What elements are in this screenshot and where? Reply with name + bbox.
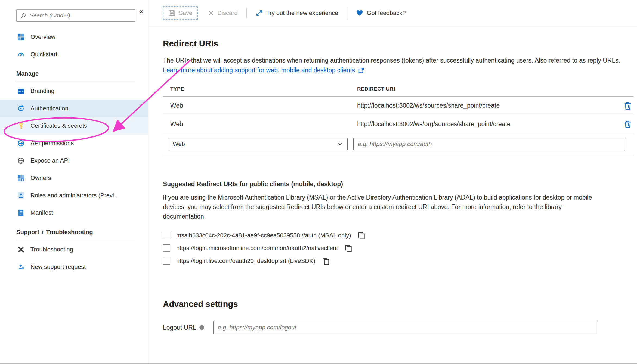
try-new-experience-button[interactable]: Try out the new experience <box>255 9 338 17</box>
info-icon[interactable] <box>199 325 205 330</box>
sidebar: « Overview Quickstart Manage <box>0 0 148 364</box>
sidebar-item-authentication[interactable]: Authentication <box>0 100 148 117</box>
sidebar-item-api-permissions[interactable]: API permissions <box>0 135 148 152</box>
row-uri: http://localhost:3002/ws/sources/share_p… <box>357 102 616 109</box>
authentication-icon <box>17 104 25 113</box>
new-redirect-uri-input[interactable] <box>353 138 625 150</box>
sidebar-item-quickstart[interactable]: Quickstart <box>0 46 148 63</box>
list-item: https://login.live.com/oauth20_desktop.s… <box>163 254 634 267</box>
sidebar-section-manage: Manage <box>0 67 148 80</box>
delete-uri-button[interactable] <box>623 101 632 110</box>
sidebar-item-label: API permissions <box>30 140 74 147</box>
manifest-icon <box>17 209 25 217</box>
sidebar-item-manifest[interactable]: Manifest <box>0 204 148 222</box>
learn-more-link[interactable]: Learn more about adding support for web,… <box>163 67 364 74</box>
discard-button[interactable]: Discard <box>208 10 238 17</box>
sidebar-item-expose-api[interactable]: Expose an API <box>0 152 148 169</box>
copy-icon[interactable] <box>357 231 366 239</box>
sidebar-nav: Overview Quickstart Manage Branding <box>0 28 148 276</box>
advanced-settings-title: Advanced settings <box>163 299 634 309</box>
sidebar-item-owners[interactable]: Owners <box>0 169 148 187</box>
redirect-type-select[interactable]: Web <box>168 138 348 150</box>
sidebar-item-certificates-secrets[interactable]: Certificates & secrets <box>0 117 148 135</box>
list-item: https://login.microsoftonline.com/common… <box>163 242 634 254</box>
sidebar-item-label: Owners <box>30 175 51 182</box>
azure-portal-authentication-blade: « Overview Quickstart Manage <box>0 0 637 364</box>
learn-more-text: Learn more about adding support for web,… <box>163 67 355 74</box>
discard-x-icon <box>208 10 214 16</box>
sidebar-item-label: New support request <box>30 263 86 270</box>
sidebar-item-label: Expose an API <box>30 157 70 164</box>
api-permissions-icon <box>17 139 25 147</box>
logout-url-input[interactable] <box>213 321 598 334</box>
collapse-sidebar-icon[interactable]: « <box>139 7 144 15</box>
main-panel: Save Discard Try out the new experience <box>149 0 637 364</box>
suggested-uri-checkbox[interactable] <box>163 257 170 265</box>
add-uri-row: Web <box>163 133 634 156</box>
redirect-type-selected: Web <box>173 141 185 148</box>
branding-icon <box>17 87 25 95</box>
column-header-type: TYPE <box>163 86 357 92</box>
command-bar: Save Discard Try out the new experience <box>149 0 637 26</box>
troubleshooting-icon <box>17 245 25 254</box>
got-feedback-button[interactable]: Got feedback? <box>356 9 406 17</box>
table-row: Web http://localhost:3002/ws/org/sources… <box>163 115 634 133</box>
search-icon <box>20 13 26 18</box>
toolbar-divider <box>347 8 347 18</box>
delete-uri-button[interactable] <box>623 120 632 129</box>
sidebar-item-label: Manifest <box>30 209 53 216</box>
save-icon <box>168 10 175 17</box>
save-label: Save <box>179 10 192 17</box>
sidebar-item-overview[interactable]: Overview <box>0 28 148 46</box>
sidebar-item-label: Quickstart <box>30 51 57 58</box>
search-input[interactable] <box>30 12 131 19</box>
suggested-uri-checkbox[interactable] <box>163 244 170 252</box>
support-request-icon <box>17 263 25 271</box>
sidebar-item-label: Overview <box>30 33 55 41</box>
sidebar-item-label: Roles and administrators (Previ... <box>30 192 119 199</box>
logout-url-label: Logout URL <box>163 324 196 331</box>
table-row: Web http://localhost:3002/ws/sources/sha… <box>163 97 634 115</box>
expose-api-icon <box>17 157 25 165</box>
blade-content: Redirect URIs The URIs that we will acce… <box>149 26 637 334</box>
quickstart-icon <box>17 50 25 58</box>
column-header-redirect-uri: REDIRECT URI <box>357 86 616 92</box>
table-header: TYPE REDIRECT URI <box>163 86 634 97</box>
row-type: Web <box>163 102 357 109</box>
heart-icon <box>356 9 363 17</box>
row-uri: http://localhost:3002/ws/org/sources/sha… <box>357 120 616 128</box>
sidebar-item-label: Branding <box>30 88 54 95</box>
logout-url-row: Logout URL <box>163 321 634 334</box>
suggested-section: Suggested Redirect URIs for public clien… <box>163 181 634 267</box>
sidebar-item-new-support-request[interactable]: New support request <box>0 258 148 276</box>
save-button[interactable]: Save <box>163 6 198 20</box>
sidebar-section-support: Support + Troubleshooting <box>0 225 148 239</box>
sidebar-item-branding[interactable]: Branding <box>0 82 148 100</box>
owners-icon <box>17 174 25 182</box>
suggested-uri-checkbox[interactable] <box>163 232 170 239</box>
redirect-uris-title: Redirect URIs <box>163 39 634 49</box>
copy-icon[interactable] <box>322 257 330 265</box>
suggested-uri-label: https://login.microsoftonline.com/common… <box>176 245 338 252</box>
sidebar-item-label: Troubleshooting <box>30 246 73 253</box>
suggested-description: If you are using the Microsoft Authentic… <box>163 193 598 221</box>
roles-icon <box>17 191 25 200</box>
advanced-settings-section: Advanced settings Logout URL <box>163 299 634 334</box>
sidebar-item-troubleshooting[interactable]: Troubleshooting <box>0 241 148 258</box>
key-icon <box>17 122 25 130</box>
try-new-label: Try out the new experience <box>266 10 338 17</box>
feedback-label: Got feedback? <box>367 10 406 17</box>
copy-icon[interactable] <box>344 244 352 252</box>
list-item: msalb633c04c-202c-4a81-ae9f-cc9ea5039558… <box>163 229 634 242</box>
suggested-uri-label: msalb633c04c-202c-4a81-ae9f-cc9ea5039558… <box>176 232 351 239</box>
toolbar-divider <box>246 8 247 18</box>
suggested-uri-list: msalb633c04c-202c-4a81-ae9f-cc9ea5039558… <box>163 229 634 267</box>
chevron-down-icon <box>338 141 343 147</box>
sidebar-item-roles-administrators[interactable]: Roles and administrators (Previ... <box>0 187 148 204</box>
diagonal-arrows-icon <box>255 9 263 17</box>
sidebar-item-label: Authentication <box>30 105 68 112</box>
search-box[interactable] <box>16 9 135 22</box>
suggested-title: Suggested Redirect URIs for public clien… <box>163 181 634 188</box>
suggested-uri-label: https://login.live.com/oauth20_desktop.s… <box>176 257 315 265</box>
sidebar-search-row: « <box>0 0 148 22</box>
